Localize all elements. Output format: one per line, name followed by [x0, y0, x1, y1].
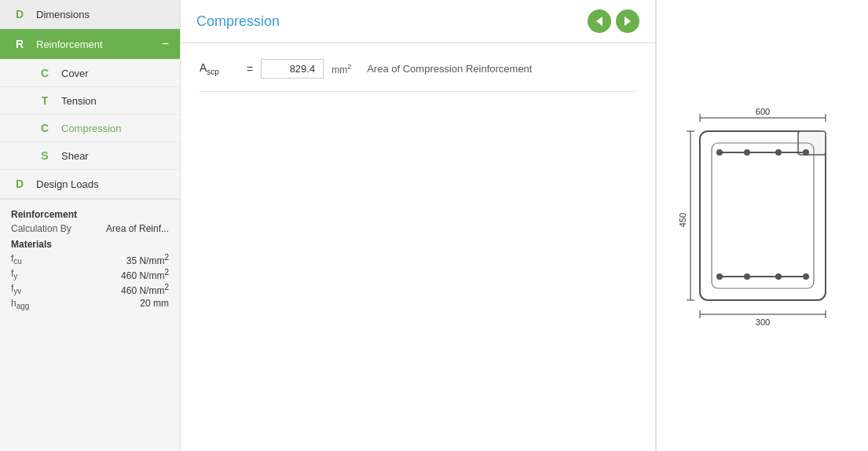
sidebar-letter-cover: C — [36, 67, 53, 79]
summary-calc-value: Area of Reinf... — [106, 223, 169, 234]
height-label: 450 — [678, 213, 687, 227]
sidebar-label-compression: Compression — [61, 123, 122, 134]
svg-point-19 — [775, 273, 782, 280]
nav-back-button[interactable] — [588, 9, 611, 33]
formula-value-text: 829.4 — [290, 63, 316, 75]
divider — [200, 91, 636, 92]
sidebar-item-tension[interactable]: T Tension — [0, 87, 180, 115]
svg-point-18 — [744, 273, 750, 280]
sidebar-letter-tension: T — [36, 94, 53, 107]
sidebar-letter-r: R — [11, 38, 28, 50]
summary-panel: Reinforcement Calculation By Area of Rei… — [0, 199, 180, 321]
nav-forward-button[interactable] — [616, 9, 639, 33]
main-panel: Compression Ascp = 829.4 mm2 Area of Com… — [181, 0, 656, 451]
svg-point-13 — [744, 149, 750, 156]
sidebar-item-reinforcement[interactable]: R Reinforcement − — [0, 29, 180, 60]
sidebar-letter-shear: S — [36, 149, 53, 162]
svg-point-15 — [803, 149, 809, 156]
main-title: Compression — [196, 13, 583, 30]
beam-diagram-container: 600 450 — [676, 100, 849, 351]
sidebar-letter-dl: D — [11, 178, 28, 190]
summary-fcu-label: fcu — [11, 253, 22, 266]
sidebar-letter-compression: C — [36, 122, 53, 134]
sidebar-label-shear: Shear — [61, 150, 89, 162]
svg-rect-10 — [712, 143, 814, 288]
summary-hagg-value: 20 mm — [140, 298, 169, 310]
summary-fy-row: fy 460 N/mm2 — [11, 268, 169, 281]
svg-marker-1 — [624, 16, 631, 26]
svg-marker-0 — [596, 16, 602, 26]
sidebar-item-shear[interactable]: S Shear — [0, 142, 180, 170]
main-header: Compression — [181, 0, 655, 43]
summary-materials-title: Materials — [11, 239, 169, 250]
summary-fyv-value: 460 N/mm2 — [121, 283, 169, 296]
formula-unit-sup: 2 — [347, 63, 351, 71]
formula-equals: = — [247, 63, 253, 75]
summary-hagg-row: hagg 20 mm — [11, 298, 169, 310]
width-label: 600 — [755, 107, 769, 116]
diagram-panel: 600 450 — [656, 0, 868, 451]
bottom-label: 300 — [755, 317, 769, 327]
beam-diagram-svg: 600 450 — [676, 100, 849, 351]
sidebar: D Dimensions R Reinforcement − C Cover T… — [0, 0, 181, 451]
sidebar-item-design-loads[interactable]: D Design Loads — [0, 170, 180, 199]
sidebar-label-tension: Tension — [61, 95, 97, 107]
sidebar-label-cover: Cover — [61, 68, 89, 79]
formula-unit: mm2 — [331, 63, 351, 75]
svg-point-20 — [803, 273, 809, 280]
summary-fy-value: 460 N/mm2 — [121, 268, 169, 281]
sidebar-label-dimensions: Dimensions — [36, 9, 90, 20]
right-arrow-icon — [624, 16, 632, 27]
sidebar-label-design-loads: Design Loads — [36, 178, 99, 190]
summary-reinforcement-title: Reinforcement — [11, 209, 169, 220]
svg-point-14 — [775, 149, 782, 156]
summary-fcu-row: fcu 35 N/mm2 — [11, 253, 169, 266]
summary-hagg-label: hagg — [11, 298, 29, 310]
formula-row: Ascp = 829.4 mm2 Area of Compression Rei… — [200, 59, 636, 79]
sidebar-item-dimensions[interactable]: D Dimensions — [0, 0, 180, 29]
sidebar-label-reinforcement: Reinforcement — [36, 38, 103, 50]
main-body: Ascp = 829.4 mm2 Area of Compression Rei… — [181, 43, 655, 451]
formula-symbol: Ascp — [200, 61, 239, 76]
svg-point-17 — [716, 273, 723, 280]
left-arrow-icon — [595, 16, 603, 27]
svg-point-12 — [716, 149, 723, 156]
sidebar-item-compression[interactable]: C Compression — [0, 115, 180, 142]
summary-fy-label: fy — [11, 268, 17, 281]
sidebar-item-cover[interactable]: C Cover — [0, 60, 180, 87]
summary-calc-label: Calculation By — [11, 223, 71, 234]
formula-description: Area of Compression Reinforcement — [367, 63, 532, 75]
formula-subscript: scp — [207, 68, 219, 76]
summary-fyv-row: fyv 460 N/mm2 — [11, 283, 169, 296]
summary-fyv-label: fyv — [11, 283, 21, 296]
sidebar-letter-d: D — [11, 8, 28, 20]
sidebar-minus-icon: − — [162, 37, 169, 51]
summary-fcu-value: 35 N/mm2 — [126, 253, 169, 266]
formula-value-box: 829.4 — [261, 59, 324, 79]
